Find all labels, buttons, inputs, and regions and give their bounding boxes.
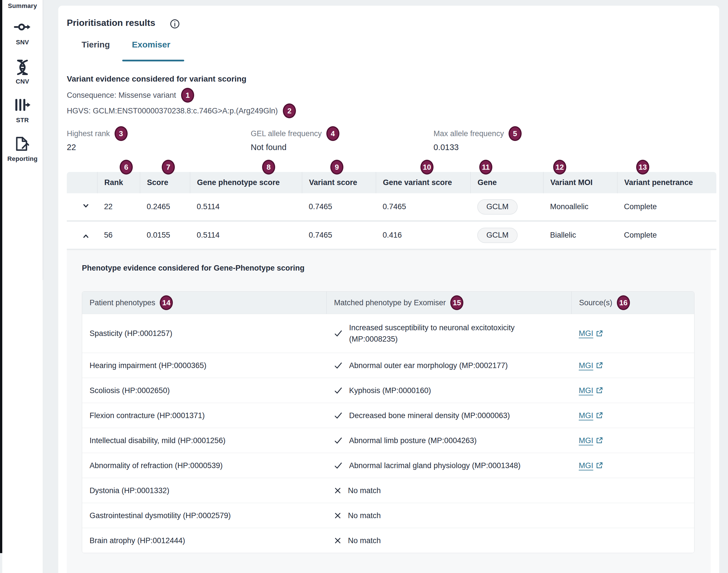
gene-variant-score-cell: 0.416: [376, 222, 470, 249]
str-icon: [14, 98, 31, 111]
column-label: Patient phenotypes: [90, 299, 155, 307]
stat-value: 0.0133: [433, 143, 522, 152]
column-header-variant-penetrance: Variant penetrance 13: [617, 172, 716, 193]
column-header-score: Score 7: [140, 172, 190, 193]
matched-phenotype-cell: Abnormal limb posture (MP:0004263): [326, 428, 571, 453]
sidebar-item-summary[interactable]: Summary: [2, 2, 43, 10]
column-label: Variant MOI: [550, 178, 593, 187]
annotation-badge-16: 16: [617, 295, 630, 310]
check-icon: [334, 361, 343, 370]
table-row: 56 0.0155 0.5114 0.7465 0.416 GCLM Biall…: [67, 222, 716, 250]
annotation-badge-9: 9: [330, 160, 344, 174]
column-header-sources: Source(s) 16: [571, 292, 694, 314]
window-edge: [0, 0, 2, 553]
chevron-down-icon[interactable]: [82, 202, 90, 211]
column-header-gene: Gene 11: [470, 172, 543, 193]
sidebar-item-cnv[interactable]: [2, 59, 43, 75]
column-label: Variant score: [309, 178, 357, 187]
matched-phenotype-text: Increased susceptibility to neuronal exc…: [349, 322, 564, 345]
sidebar-item-snv-label[interactable]: SNV: [2, 39, 43, 46]
check-icon: [334, 436, 343, 445]
column-label: Gene phenotype score: [197, 178, 280, 187]
matched-phenotype-text: No match: [348, 535, 381, 546]
matched-phenotype-cell: Decreased bone mineral density (MP:00000…: [326, 403, 571, 428]
external-link-icon: [595, 386, 603, 394]
patient-phenotype-cell: Flexion contracture (HP:0001371): [82, 403, 326, 428]
sidebar-item-reporting[interactable]: [2, 136, 43, 152]
patient-phenotype-cell: Dystonia (HP:0001332): [82, 478, 326, 503]
source-cell: [571, 503, 694, 528]
sidebar-item-str-label[interactable]: STR: [2, 116, 43, 124]
column-label: Gene variant score: [383, 178, 452, 187]
phenotype-table: Patient phenotypes 14 Matched phenotype …: [82, 291, 694, 553]
annotation-badge-13: 13: [636, 160, 649, 174]
phenotype-evidence-panel: Phenotype evidence considered for Gene-P…: [67, 250, 711, 573]
source-link[interactable]: MGI: [579, 360, 603, 371]
matched-phenotype-text: Abnormal outer ear morphology (MP:000217…: [349, 360, 508, 371]
cross-icon: [334, 486, 342, 494]
variant-evidence-heading: Variant evidence considered for variant …: [67, 74, 247, 84]
source-link[interactable]: MGI: [579, 385, 603, 396]
source-link[interactable]: MGI: [579, 410, 603, 421]
column-header-rank: Rank 6: [97, 172, 140, 193]
column-header-matched-phenotype: Matched phenotype by Exomiser 15: [326, 292, 571, 314]
variant-penetrance-cell: Complete: [617, 222, 716, 249]
phenotype-row: Abnormality of refraction (HP:0000539) A…: [82, 453, 694, 478]
gene-phenotype-score-cell: 0.5114: [190, 222, 302, 249]
gene-variant-score-cell: 0.7465: [376, 193, 470, 220]
matched-phenotype-text: No match: [348, 485, 381, 496]
sidebar-item-label: SNV: [16, 39, 29, 46]
source-link[interactable]: MGI: [579, 328, 603, 339]
variant-moi-cell: Biallelic: [543, 222, 617, 249]
sidebar-item-cnv-label[interactable]: CNV: [2, 78, 43, 85]
matched-phenotype-cell: Abnormal lacrimal gland physiology (MP:0…: [326, 453, 571, 478]
chevron-up-icon[interactable]: [82, 230, 90, 240]
tab-tiering[interactable]: Tiering: [82, 40, 110, 49]
source-link[interactable]: MGI: [579, 460, 603, 471]
consequence-line: Consequence: Missense variant 1: [67, 88, 194, 103]
matched-phenotype-cell: Increased susceptibility to neuronal exc…: [326, 314, 571, 353]
gene-chip[interactable]: GCLM: [477, 199, 518, 215]
tab-exomiser[interactable]: Exomiser: [132, 40, 170, 49]
source-label: MGI: [579, 328, 593, 339]
stat-max-allele-frequency: Max allele frequency 5 0.0133: [433, 126, 522, 152]
phenotype-row: Hearing impairment (HP:0000365) Abnormal…: [82, 353, 694, 378]
check-icon: [334, 411, 343, 420]
stat-highest-rank: Highest rank 3 22: [67, 126, 127, 152]
sidebar-item-snv[interactable]: [2, 22, 43, 32]
hgvs-text: HGVS: GCLM:ENST00000370238.8:c.746G>A:p.…: [67, 107, 278, 115]
sidebar-item-label: STR: [16, 116, 29, 124]
column-header-gene-variant-score: Gene variant score 10: [376, 172, 470, 193]
matched-phenotype-cell: Abnormal outer ear morphology (MP:000217…: [326, 353, 571, 378]
sidebar-item-str[interactable]: [2, 98, 43, 111]
source-cell: MGI: [571, 314, 694, 353]
matched-phenotype-text: Abnormal limb posture (MP:0004263): [349, 435, 477, 446]
column-header-variant-moi: Variant MOI 12: [543, 172, 617, 193]
check-icon: [334, 329, 343, 338]
stat-value: Not found: [251, 143, 340, 152]
gene-cell: GCLM: [470, 222, 543, 249]
sidebar-item-label: CNV: [16, 78, 29, 85]
stat-label: GEL allele frequency: [251, 129, 322, 138]
matched-phenotype-cell: No match: [326, 503, 571, 528]
column-label: Score: [147, 178, 168, 187]
annotation-badge-7: 7: [162, 160, 175, 174]
annotation-badge-4: 4: [326, 126, 340, 141]
sidebar-item-reporting-label[interactable]: Reporting: [2, 155, 43, 163]
variant-penetrance-cell: Complete: [617, 193, 716, 220]
column-label: Source(s): [579, 299, 612, 307]
snv-icon: [14, 22, 31, 32]
sidebar-item-label: Summary: [8, 2, 37, 10]
external-link-icon: [595, 330, 603, 337]
page-title: Prioritisation results: [67, 18, 155, 28]
source-link[interactable]: MGI: [579, 435, 603, 446]
consequence-text: Consequence: Missense variant: [67, 91, 176, 100]
check-icon: [334, 461, 343, 470]
source-cell: MGI: [571, 428, 694, 453]
gene-chip[interactable]: GCLM: [477, 228, 518, 243]
patient-phenotype-cell: Brain atrophy (HP:0012444): [82, 528, 326, 553]
rank-cell: 56: [97, 222, 140, 249]
info-icon[interactable]: [170, 19, 180, 30]
annotation-badge-10: 10: [420, 160, 433, 174]
external-link-icon: [595, 436, 603, 444]
